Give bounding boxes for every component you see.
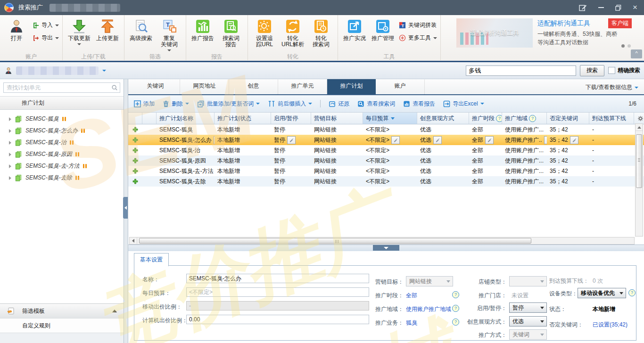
col-reach[interactable]: 到达预算下线 (589, 113, 634, 124)
cell-pause[interactable]: 暂停 (271, 157, 311, 165)
cell-period[interactable]: 全部 (469, 136, 502, 144)
cell-plan-name[interactable]: SEMSC-狐臭-去-方法 (157, 167, 215, 175)
delete-button[interactable]: 删除 (163, 100, 189, 108)
cell-budget[interactable]: <不限定> (363, 147, 417, 155)
edit-icon[interactable] (391, 136, 400, 144)
filter-template-bar[interactable]: 筛选模板 (0, 303, 124, 318)
global-search-input[interactable] (466, 65, 576, 76)
panel-splitter[interactable] (128, 245, 644, 252)
upload-update-button[interactable]: 上传更新 (93, 16, 122, 41)
cell-budget[interactable]: <不限定> (363, 157, 417, 165)
expand-arrow-icon[interactable] (9, 164, 11, 168)
col-pause[interactable]: 启用/暂停 (271, 113, 311, 124)
scroll-up-button[interactable] (636, 124, 643, 131)
cell-pause[interactable]: 暂停 (271, 147, 311, 155)
row-add-icon[interactable] (128, 168, 142, 174)
col-budget[interactable]: 每日预算 (363, 113, 417, 124)
cell-region[interactable]: 使用账户推广... (502, 178, 547, 186)
col-goal[interactable]: 营销目标 (311, 113, 363, 124)
scroll-left-button[interactable] (130, 237, 137, 244)
view-report-button[interactable]: 查看报告 (403, 100, 435, 108)
cell-negative[interactable]: 35；42 (547, 126, 589, 134)
help-icon[interactable]: ? (452, 318, 459, 326)
plan-search-input[interactable] (3, 82, 120, 93)
cell-period[interactable]: 全部 (469, 178, 502, 186)
collapse-up-icon[interactable] (112, 310, 117, 312)
tab-basic-settings[interactable]: 基本设置 (134, 253, 169, 266)
conv-word-button[interactable]: 转化搜索词 (307, 16, 335, 48)
cell-display[interactable]: 优选 (417, 147, 469, 155)
close-button[interactable]: × (633, 4, 637, 11)
col-plan-name[interactable]: 推广计划名称 (157, 113, 215, 124)
row-add-icon[interactable] (128, 158, 142, 163)
help-icon[interactable]: ? (452, 291, 459, 298)
row-add-icon[interactable] (128, 179, 142, 184)
display-dropdown[interactable]: 优选 (509, 316, 547, 327)
tree-item-plan[interactable]: SEMSC-狐臭-怎么办 (0, 125, 124, 137)
col-negative[interactable]: 否定关键词 (547, 113, 589, 124)
prefix-suffix-insert-button[interactable]: 前后缀插入 (268, 100, 312, 108)
cell-negative[interactable]: 35；42 (547, 167, 589, 175)
cell-budget[interactable]: <不限定> (363, 178, 417, 186)
row-add-icon[interactable] (128, 147, 142, 153)
exact-search-option[interactable]: 精确搜索 (608, 66, 640, 74)
horizontal-scroll-thumb[interactable] (139, 238, 531, 244)
carousel-dots[interactable] (621, 44, 631, 48)
more-tools-button[interactable]: 更多工具 (399, 34, 437, 42)
region-link[interactable]: 使用账户推广地域 (406, 305, 451, 313)
cell-display[interactable]: 优选 (417, 126, 469, 134)
search-word-report-button[interactable]: 搜索词报告 (217, 16, 245, 48)
exact-search-checkbox[interactable] (608, 67, 615, 74)
cell-pause[interactable]: 暂停 (271, 167, 311, 175)
tree-item-plan[interactable]: SEMSC-狐臭 (0, 113, 124, 125)
expand-arrow-icon[interactable] (9, 176, 11, 180)
edit-icon[interactable] (433, 136, 442, 144)
cell-region[interactable]: 使用账户推广... (502, 157, 547, 165)
advanced-search-button[interactable]: 高级搜索 (127, 16, 155, 41)
period-link[interactable]: 全部 (406, 292, 417, 300)
minimize-button[interactable] (598, 7, 604, 8)
feedback-edit-icon[interactable] (579, 4, 587, 11)
splitter-handle[interactable] (373, 245, 399, 251)
name-field[interactable] (186, 274, 369, 283)
cell-plan-name[interactable]: SEMSC-狐臭-原因 (157, 157, 215, 165)
cell-pause[interactable]: 暂停 (271, 126, 311, 134)
tree-item-plan[interactable]: SEMSC-狐臭-原因 (0, 148, 124, 160)
sidebar-collapse-handle[interactable] (123, 197, 128, 219)
custom-rules-bar[interactable]: 自定义规则 (0, 318, 124, 333)
tab-account[interactable]: 账户 (376, 79, 425, 94)
tab-plan[interactable]: 推广计划 (327, 79, 376, 94)
col-region[interactable]: 推广地域? (502, 113, 547, 124)
col-display[interactable]: 创意展现方式 (417, 113, 469, 124)
edit-icon[interactable] (485, 136, 494, 144)
cell-region[interactable]: 使用账户推广... (502, 126, 547, 134)
search-button[interactable]: 搜索 (580, 65, 604, 76)
cell-plan-name[interactable]: SEMSC-狐臭 (157, 126, 215, 134)
download-view-data-link[interactable]: 下载/查看数据信息 (586, 83, 638, 91)
duplicate-keywords-button[interactable]: T 重复关键词 (155, 16, 183, 51)
row-add-icon[interactable] (128, 137, 142, 143)
tab-unit[interactable]: 推广单元 (278, 79, 327, 94)
table-row[interactable]: SEMSC-狐臭-去除 本地新增 暂停 网站链接 <不限定> 优选 全部 使用账… (128, 176, 644, 187)
help-icon[interactable]: ? (628, 289, 636, 296)
table-row[interactable]: SEMSC-狐臭-治 本地新增 暂停 网站链接 <不限定> 优选 全部 使用账户… (128, 145, 644, 155)
conv-url-button[interactable]: 转化URL解析 (279, 16, 307, 48)
import-button[interactable]: 导入 (33, 21, 59, 29)
promo-banner[interactable]: 适配解析沟通工具 适配解析沟通工具 客户端 一键解析商务通、53快服、商桥等沟通… (456, 18, 632, 48)
tab-url[interactable]: 网页地址 (180, 79, 229, 94)
batch-add-negative-button[interactable]: 批量添加/更新否词 (197, 100, 260, 108)
cell-plan-name[interactable]: SEMSC-狐臭-去除 (157, 178, 215, 186)
budget-field[interactable] (186, 287, 369, 297)
track-url-button[interactable]: 设置追踪URL (250, 16, 279, 48)
table-row[interactable]: SEMSC-狐臭-原因 本地新增 暂停 网站链接 <不限定> 优选 全部 使用账… (128, 155, 644, 166)
business-link[interactable]: 狐臭 (406, 319, 417, 327)
cell-budget[interactable]: <不限定> (363, 136, 417, 144)
cell-region[interactable]: 使用账户推广... (502, 147, 547, 155)
cell-period[interactable]: 全部 (469, 167, 502, 175)
tab-creative[interactable]: 创意 (229, 79, 278, 94)
cell-display[interactable]: 优选 (417, 178, 469, 186)
expand-arrow-icon[interactable] (9, 129, 11, 133)
edit-icon[interactable] (287, 136, 296, 144)
expand-arrow-icon[interactable] (9, 141, 11, 145)
edit-icon[interactable] (570, 136, 578, 144)
